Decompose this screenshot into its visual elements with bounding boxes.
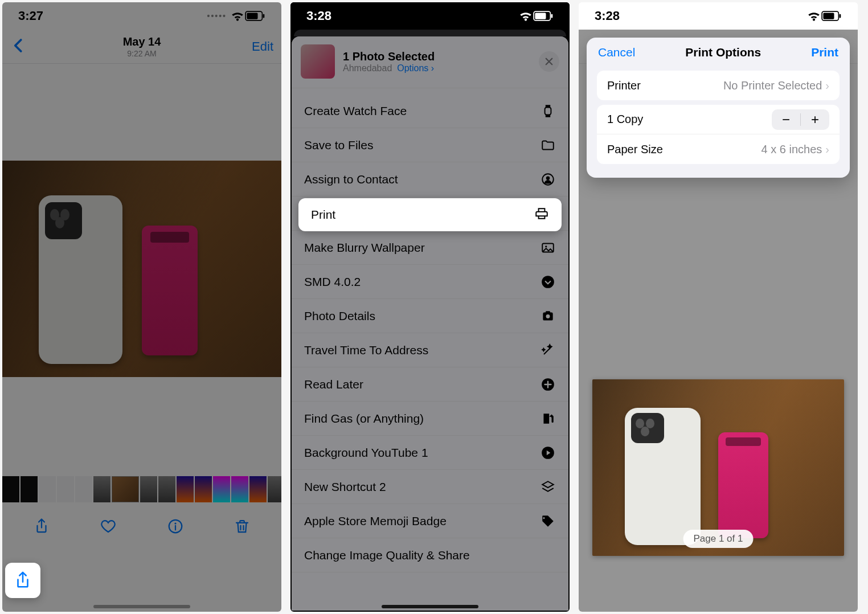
photo-image xyxy=(2,161,281,377)
panel-photo-viewer: 3:27 ••••• May 14 9:22 AM Edit xyxy=(2,2,281,612)
action-read-later[interactable]: Read Later xyxy=(292,367,568,402)
photo-date-title: May 14 9:22 AM xyxy=(2,35,281,58)
printer-row[interactable]: Printer No Printer Selected › xyxy=(597,71,840,100)
photo-date: May 14 xyxy=(2,35,281,48)
panel-share-sheet: 3:28 1 Photo Selected Ahmedabad Options … xyxy=(290,2,570,612)
back-button[interactable] xyxy=(10,37,31,56)
location-and-options: Ahmedabad Options › xyxy=(343,63,531,73)
action-photo-details[interactable]: Photo Details xyxy=(292,299,568,333)
thumbnail[interactable] xyxy=(2,476,19,502)
options-button[interactable]: Options xyxy=(397,63,428,73)
action-travel-time[interactable]: Travel Time To Address xyxy=(292,333,568,367)
action-make-blurry-wallpaper[interactable]: Make Blurry Wallpaper xyxy=(292,231,568,265)
chevron-right-icon: › xyxy=(431,63,434,73)
bottom-toolbar xyxy=(2,505,281,550)
thumbnail[interactable] xyxy=(177,476,194,502)
thumbnail[interactable] xyxy=(213,476,230,502)
cancel-button[interactable]: Cancel xyxy=(598,46,635,59)
copies-stepper: − + xyxy=(772,109,829,130)
chevron-down-circle-icon xyxy=(540,275,556,289)
edit-button[interactable]: Edit xyxy=(252,39,273,54)
thumbnail[interactable] xyxy=(158,476,175,502)
status-bar: 3:28 xyxy=(290,2,570,30)
thumbnail[interactable] xyxy=(249,476,267,502)
action-label: Read Later xyxy=(304,378,363,391)
wand-icon xyxy=(540,343,556,358)
stepper-increment[interactable]: + xyxy=(801,109,829,130)
action-label: Create Watch Face xyxy=(304,104,407,118)
svg-point-14 xyxy=(546,314,550,318)
thumbnail-selected[interactable] xyxy=(112,476,139,502)
status-bar: 3:28 xyxy=(579,2,858,30)
print-preview[interactable]: Page 1 of 1 xyxy=(592,379,844,556)
action-background-youtube[interactable]: Background YouTube 1 xyxy=(292,436,568,470)
action-label: Photo Details xyxy=(304,309,375,323)
thumbnail[interactable] xyxy=(57,476,74,502)
watch-icon xyxy=(540,104,556,118)
svg-rect-6 xyxy=(535,13,546,19)
action-smd[interactable]: SMD 4.0.2 xyxy=(292,265,568,299)
thumbnail[interactable] xyxy=(21,476,38,502)
action-assign-to-contact[interactable]: Assign to Contact xyxy=(292,162,568,197)
svg-point-4 xyxy=(174,522,176,524)
action-new-shortcut[interactable]: New Shortcut 2 xyxy=(292,470,568,504)
home-indicator xyxy=(382,605,478,608)
action-label: Save to Files xyxy=(304,138,373,152)
action-label: Apple Store Memoji Badge xyxy=(304,514,447,528)
print-button[interactable]: Print xyxy=(811,46,838,59)
share-icon xyxy=(13,571,32,590)
close-button[interactable] xyxy=(539,51,559,72)
action-find-gas[interactable]: Find Gas (or Anything) xyxy=(292,402,568,436)
svg-rect-8 xyxy=(545,107,551,114)
action-memoji-badge[interactable]: Apple Store Memoji Badge xyxy=(292,504,568,538)
thumbnail-strip[interactable] xyxy=(2,474,281,505)
tag-icon xyxy=(540,514,556,529)
photo-location: Ahmedabad xyxy=(343,63,392,73)
thumbnail[interactable] xyxy=(93,476,110,502)
contact-icon xyxy=(540,172,556,187)
plus-circle-icon xyxy=(540,377,556,392)
layers-icon xyxy=(540,480,556,494)
thumbnail[interactable] xyxy=(268,476,281,502)
action-change-quality[interactable]: Change Image Quality & Share xyxy=(292,538,568,572)
fuel-icon xyxy=(540,411,556,426)
thumbnail[interactable] xyxy=(231,476,248,502)
camera-icon xyxy=(540,309,556,324)
share-sheet: 1 Photo Selected Ahmedabad Options › Cre… xyxy=(292,36,568,611)
thumbnail[interactable] xyxy=(75,476,92,502)
svg-point-10 xyxy=(546,176,550,180)
svg-rect-18 xyxy=(823,13,834,19)
share-icon xyxy=(33,518,50,535)
share-button[interactable] xyxy=(33,518,50,537)
favorite-button[interactable] xyxy=(100,518,117,537)
paper-size-row[interactable]: Paper Size 4 x 6 inches › xyxy=(597,134,840,164)
info-icon xyxy=(167,518,184,535)
thumbnail[interactable] xyxy=(39,476,56,502)
action-label: SMD 4.0.2 xyxy=(304,275,361,289)
heart-icon xyxy=(100,518,117,535)
photo-canvas[interactable] xyxy=(2,64,281,474)
stepper-decrement[interactable]: − xyxy=(772,109,800,130)
thumbnail[interactable] xyxy=(195,476,212,502)
action-create-watch-face[interactable]: Create Watch Face xyxy=(292,94,568,128)
action-label: New Shortcut 2 xyxy=(304,480,386,494)
play-circle-icon xyxy=(540,445,556,460)
page-indicator: Page 1 of 1 xyxy=(683,530,754,548)
printer-label: Printer xyxy=(607,79,641,92)
folder-icon xyxy=(540,138,556,153)
action-label: Assign to Contact xyxy=(304,173,398,186)
thumbnail[interactable] xyxy=(140,476,157,502)
share-button-callout[interactable] xyxy=(5,563,40,598)
svg-point-13 xyxy=(542,276,554,288)
svg-rect-1 xyxy=(247,13,257,19)
action-list[interactable]: Create Watch Face Save to Files Assign t… xyxy=(292,88,568,572)
action-save-to-files[interactable]: Save to Files xyxy=(292,128,568,162)
wifi-icon xyxy=(806,9,821,23)
print-label: Print xyxy=(311,208,335,222)
image-icon xyxy=(540,240,556,255)
nav-header: May 14 9:22 AM Edit xyxy=(2,30,281,64)
delete-button[interactable] xyxy=(234,518,251,537)
print-action-callout[interactable]: Print xyxy=(298,198,562,231)
action-label: Background YouTube 1 xyxy=(304,446,428,460)
info-button[interactable] xyxy=(167,518,184,537)
